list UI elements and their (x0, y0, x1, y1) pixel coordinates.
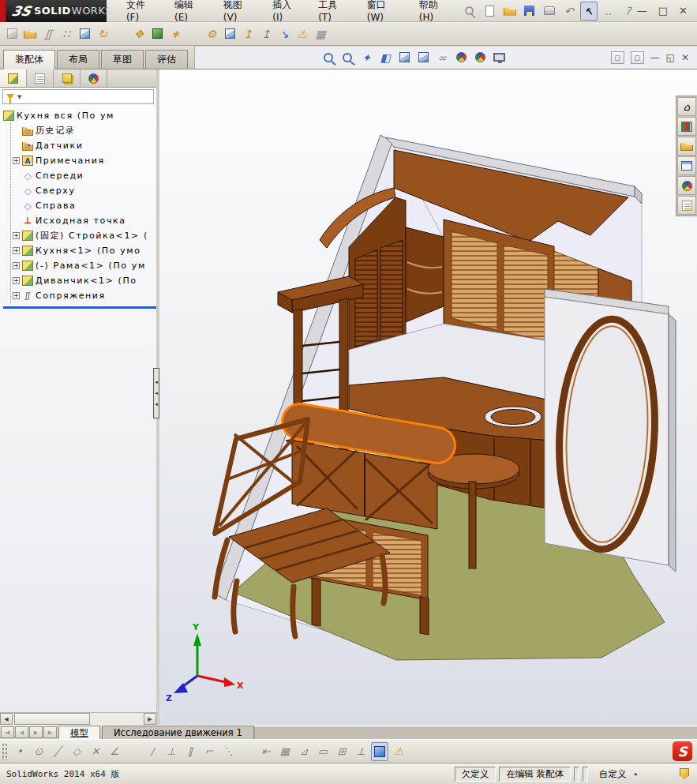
custom-properties-icon[interactable] (677, 196, 696, 215)
tree-item[interactable]: + (-) Рама<1> (По ум (13, 258, 156, 273)
propertymanager-tab[interactable] (27, 69, 54, 87)
insert-component-icon[interactable]: ▾ (3, 24, 21, 43)
scroll-right-icon[interactable]: ▶ (144, 713, 156, 725)
featuremanager-tab[interactable] (0, 69, 27, 87)
assembly-features-icon[interactable]: ▾ (148, 24, 166, 43)
tree-item[interactable]: + (固定) Стройка<1> ( (13, 228, 156, 243)
pane-left-icon[interactable]: ◻ (611, 51, 624, 64)
custom-caret-icon[interactable]: ▴ (634, 771, 637, 777)
show-hidden-components-icon[interactable]: ▾ (221, 24, 238, 43)
exploded-view-icon[interactable]: ↥▾ (239, 24, 257, 43)
mirror-panel[interactable] (545, 289, 676, 572)
snap-parallel-icon[interactable]: ∥▾ (182, 742, 199, 761)
snap-inference-icon[interactable]: ⋱▾ (219, 742, 237, 761)
appearance-picture-icon[interactable]: ▦▾ (312, 24, 329, 43)
toolbar-drag-handle[interactable] (2, 743, 7, 760)
doc-close-button[interactable]: ✕ (681, 52, 689, 63)
snap-polygon-icon[interactable]: ◇▾ (68, 742, 85, 761)
expander[interactable]: + (13, 277, 20, 284)
close-button[interactable]: ✕ (679, 5, 688, 17)
snap-point-icon[interactable]: •▾ (11, 742, 28, 761)
save-icon[interactable]: ▾ (521, 2, 538, 21)
large-assembly-mode-icon[interactable]: ⊥▾ (352, 742, 369, 761)
panel-horizontal-scrollbar[interactable]: ◀ ▶ (0, 712, 156, 725)
snap-perpendicular-icon[interactable]: ⊥▾ (163, 742, 180, 761)
rotate-component-icon[interactable]: ↻▾ (94, 24, 111, 43)
view-settings-icon[interactable]: ▾ (490, 48, 508, 67)
grid-snap-icon[interactable]: ▦▾ (276, 742, 294, 761)
displaymanager-tab[interactable] (81, 69, 107, 87)
explode-line-sketch-icon[interactable]: ↥▾ (257, 24, 275, 43)
maximize-button[interactable]: □ (658, 5, 668, 17)
file-explorer-icon[interactable] (677, 137, 696, 156)
view-orientation-icon[interactable]: ▾ (395, 48, 413, 67)
separator[interactable]: ▾ (112, 24, 129, 43)
separator[interactable]: ▾ (238, 742, 256, 761)
interference-warning-icon[interactable]: ⚠▾ (390, 742, 407, 761)
instant3d-icon[interactable]: ↘▾ (275, 24, 293, 43)
select-cursor-icon[interactable]: ↖▾ (580, 2, 598, 21)
open-insert-icon[interactable]: ▾ (21, 24, 39, 43)
tree-item[interactable]: + ∬ Сопряжения (13, 288, 156, 303)
tree-item[interactable]: ◷ 历史记录 (13, 123, 156, 138)
first-tab-button[interactable]: ◀ (1, 726, 14, 738)
minimize-button[interactable]: — (637, 5, 647, 17)
appearances-scenes-icon[interactable] (677, 176, 696, 195)
expander[interactable]: + (13, 247, 20, 254)
tag-icon[interactable] (680, 768, 689, 779)
scroll-left-icon[interactable]: ◀ (0, 713, 13, 725)
snap-tangent-icon[interactable]: ∕▾ (144, 742, 161, 761)
zoom-fit-icon[interactable]: ▾ (320, 48, 337, 67)
doc-restore-button[interactable]: ◱ (666, 52, 675, 63)
help-icon[interactable]: ?▾ (620, 2, 637, 21)
reference-geometry-icon[interactable]: ∗▾ (167, 24, 184, 43)
view-palette-icon[interactable] (677, 156, 696, 175)
tab-scroll-track[interactable] (254, 727, 697, 739)
tree-item[interactable]: ◔ Датчики (13, 138, 156, 153)
tree-filter[interactable]: ▼ (2, 89, 154, 104)
snap-angle-icon[interactable]: ∠▾ (106, 742, 123, 761)
scroll-track[interactable] (90, 713, 144, 725)
smart-fasteners-icon[interactable]: ▾ (76, 24, 93, 43)
print-icon[interactable]: ▾ (541, 2, 558, 21)
last-tab-button[interactable]: ▶ (43, 726, 57, 738)
expander[interactable]: + (13, 157, 20, 164)
snap-hv-icon[interactable]: ⌐▾ (200, 742, 218, 761)
hide-show-items-icon[interactable]: ∞▾ (433, 48, 451, 67)
status-custom[interactable]: 自定义 ▴ (591, 768, 645, 780)
tree-item[interactable]: + A Примечания (13, 153, 156, 168)
shaded-with-edges-icon[interactable]: ▾ (371, 742, 388, 761)
snap-line-icon[interactable]: ╱▾ (49, 742, 66, 761)
edit-appearance-icon[interactable]: ▾ (452, 48, 470, 67)
snap-table-icon[interactable]: ⊞▾ (333, 742, 350, 761)
search-icon[interactable] (465, 6, 474, 15)
expander[interactable]: + (13, 232, 20, 239)
tab-evaluate[interactable]: 评估 (145, 50, 188, 69)
snap-intersection-icon[interactable]: ✕▾ (87, 742, 104, 761)
solidworks-s-logo[interactable]: S (673, 741, 692, 761)
expander[interactable]: + (13, 292, 20, 299)
display-style-icon[interactable]: ▾ (414, 48, 432, 67)
tree-item[interactable]: ◇ Спереди (13, 168, 156, 183)
separator[interactable]: ▾ (185, 24, 202, 43)
tree-item[interactable]: ⊥ Исходная точка (13, 213, 156, 228)
expander[interactable]: + (13, 262, 20, 269)
move-component-icon[interactable]: ✥▾ (130, 24, 148, 43)
mate-icon[interactable]: ∬▾ (39, 24, 57, 43)
configurationmanager-tab[interactable] (54, 69, 81, 87)
snap-angle-step-icon[interactable]: ⊿▾ (295, 742, 313, 761)
tab-sketch[interactable]: 草图 (101, 50, 144, 69)
next-tab-button[interactable]: ▶ (29, 726, 43, 738)
prev-tab-button[interactable]: ◀ (15, 726, 28, 738)
tree-item[interactable]: ◇ Справа (13, 198, 156, 213)
separator[interactable]: ▾ (125, 742, 142, 761)
new-document-icon[interactable]: ▾ (482, 2, 499, 21)
tree-item[interactable]: + Диванчик<1> (По (13, 273, 156, 288)
doc-minimize-button[interactable]: — (650, 52, 660, 63)
tab-assembly[interactable]: 装配体 (3, 50, 55, 69)
filter-caret-icon[interactable]: ▼ (17, 94, 21, 100)
toolbar-overflow-icon[interactable]: ..▾ (600, 2, 617, 21)
open-icon[interactable]: ▾ (501, 2, 519, 21)
graphics-viewport[interactable]: Y X Z (159, 69, 697, 725)
tree-item[interactable]: ◇ Сверху (13, 183, 156, 198)
